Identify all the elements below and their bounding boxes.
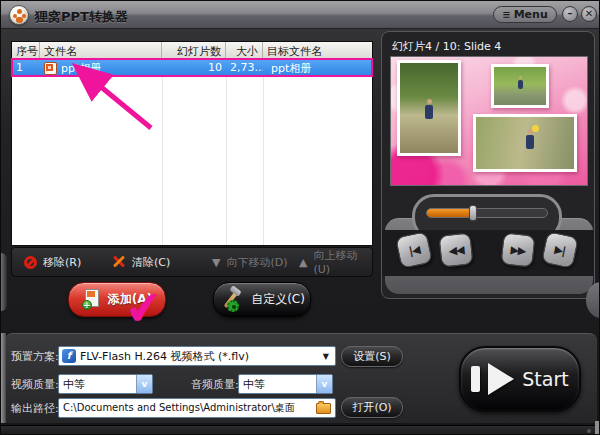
- move-up-icon: ▲: [299, 256, 307, 269]
- window-edge-highlight: [1, 253, 7, 311]
- add-label: 添加(A): [108, 291, 152, 308]
- file-list-table: 序号 文件名 幻灯片数 大小 目标文件名 1 ppt相册 10 2,73... …: [11, 41, 373, 246]
- cell-filename: ppt相册: [40, 59, 162, 76]
- column-header-slides[interactable]: 幻灯片数: [162, 42, 226, 58]
- preview-photo-left: [397, 60, 461, 156]
- play-icon: [471, 366, 480, 392]
- cell-slides: 10: [162, 59, 226, 76]
- audio-quality-chevron-icon: v: [316, 375, 332, 393]
- settings-button[interactable]: 设置(S): [341, 346, 403, 367]
- file-name-text: ppt相册: [61, 61, 101, 76]
- column-header-target[interactable]: 目标文件名: [263, 42, 372, 58]
- close-button[interactable]: ✕: [581, 6, 597, 22]
- menu-button[interactable]: ≡ Menu: [493, 6, 557, 23]
- column-header-filename[interactable]: 文件名: [40, 42, 162, 58]
- add-document-icon: +: [82, 289, 100, 310]
- gear-icon: [227, 300, 239, 312]
- window-title: 狸窝PPT转换器: [35, 8, 128, 26]
- open-button[interactable]: 打开(O): [341, 397, 403, 418]
- video-quality-chevron-icon: v: [136, 375, 152, 393]
- preview-photo-bottom-right: [473, 114, 577, 172]
- customize-tools-icon: [219, 288, 243, 312]
- preview-slider[interactable]: [426, 208, 548, 218]
- cell-index: 1: [12, 59, 40, 76]
- column-header-index[interactable]: 序号: [12, 42, 40, 58]
- preview-photo-top-right: [491, 64, 549, 108]
- audio-quality-label: 音频质量:: [191, 377, 239, 392]
- minimize-button[interactable]: –: [562, 6, 578, 22]
- title-bar: 狸窝PPT转换器 ≡ Menu – ✕: [1, 1, 600, 29]
- move-up-label: 向上移动(U): [313, 248, 372, 276]
- remove-button[interactable]: 移除(R): [24, 248, 81, 276]
- flv-format-icon: f: [62, 349, 76, 363]
- move-down-label: 向下移动(D): [226, 255, 287, 270]
- slide-label: 幻灯片4 / 10: Slide 4: [392, 39, 501, 54]
- column-header-size[interactable]: 大小: [226, 42, 263, 58]
- move-down-button[interactable]: ▼ 向下移动(D): [212, 248, 288, 276]
- minimize-icon: –: [568, 8, 573, 19]
- move-up-button[interactable]: ▲ 向上移动(U): [299, 248, 372, 276]
- preset-dropdown-icon: ▼: [317, 352, 335, 361]
- previous-slide-button[interactable]: ◀◀: [438, 232, 473, 267]
- add-button[interactable]: + 添加(A): [68, 282, 166, 317]
- audio-quality-combo[interactable]: 中等 v: [238, 374, 333, 394]
- output-path-field[interactable]: [58, 398, 336, 418]
- video-quality-value: 中等: [59, 377, 136, 392]
- open-button-label: 打开(O): [352, 400, 391, 415]
- clear-icon: [112, 255, 126, 269]
- customize-button[interactable]: 自定义(C): [213, 282, 311, 317]
- clear-button[interactable]: 清除(C): [112, 248, 170, 276]
- resize-grip-dot: [587, 429, 591, 433]
- slider-fill: [427, 209, 473, 217]
- remove-label: 移除(R): [43, 255, 81, 270]
- start-button[interactable]: Start: [459, 346, 581, 412]
- video-quality-label: 视频质量:: [11, 377, 59, 392]
- remove-icon: [24, 256, 37, 269]
- preset-combo[interactable]: f FLV-Flash H.264 视频格式 (*.flv) ▼: [58, 346, 336, 366]
- slide-preview-image: [390, 56, 588, 186]
- video-quality-combo[interactable]: 中等 v: [58, 374, 153, 394]
- app-window: 狸窝PPT转换器 ≡ Menu – ✕ 序号 文件名 幻灯片数 大小 目标文件名…: [0, 0, 600, 435]
- play-arrow-icon: [488, 363, 514, 395]
- close-icon: ✕: [585, 8, 593, 19]
- start-label: Start: [522, 368, 568, 390]
- cell-size: 2,73...: [226, 59, 263, 76]
- preview-panel: 幻灯片4 / 10: Slide 4 |◀ ◀◀ ▶▶ ▶|: [381, 31, 595, 299]
- slider-thumb[interactable]: [469, 205, 477, 221]
- folder-browse-icon[interactable]: [316, 403, 331, 414]
- list-toolbar: 移除(R) 清除(C) ▼ 向下移动(D) ▲ 向上移动(U): [11, 247, 373, 277]
- plus-icon: +: [82, 300, 92, 310]
- move-down-icon: ▼: [212, 256, 220, 269]
- menu-label: Menu: [514, 8, 548, 21]
- window-edge-highlight: [595, 421, 600, 435]
- preset-label: 预置方案:: [11, 349, 59, 364]
- app-logo-icon: [9, 5, 29, 25]
- window-bottom-strip: [1, 425, 600, 435]
- clear-label: 清除(C): [132, 255, 170, 270]
- output-path-input[interactable]: [59, 403, 316, 414]
- next-slide-button[interactable]: ▶▶: [500, 232, 535, 267]
- customize-label: 自定义(C): [251, 291, 305, 308]
- table-header: 序号 文件名 幻灯片数 大小 目标文件名: [12, 42, 372, 59]
- ppt-file-icon: [44, 62, 57, 75]
- preset-value: FLV-Flash H.264 视频格式 (*.flv): [76, 349, 317, 364]
- audio-quality-value: 中等: [239, 377, 316, 392]
- menu-icon: ≡: [502, 9, 510, 20]
- settings-button-label: 设置(S): [353, 349, 391, 364]
- table-row[interactable]: 1 ppt相册 10 2,73... ppt相册: [12, 59, 372, 76]
- cell-target: ppt相册: [263, 59, 372, 76]
- output-path-label: 输出路径:: [11, 401, 59, 416]
